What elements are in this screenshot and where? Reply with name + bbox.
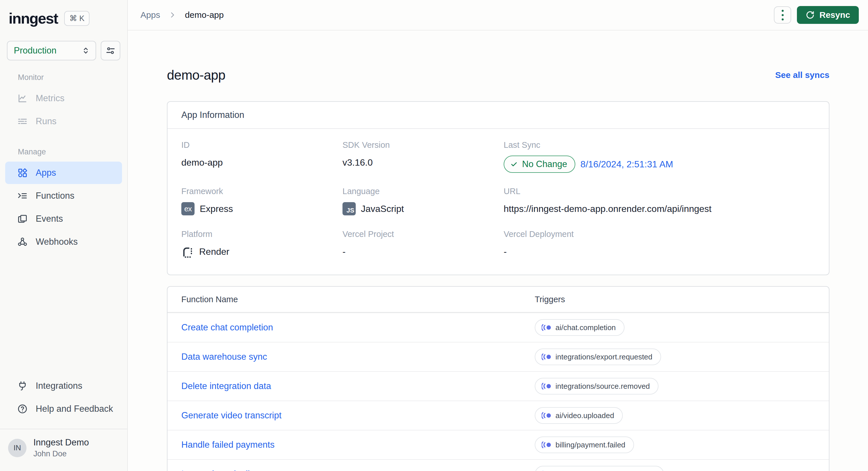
- javascript-icon: JS: [342, 202, 356, 215]
- breadcrumb-apps[interactable]: Apps: [141, 10, 160, 20]
- function-row: Create chat completion ai/chat.completio…: [167, 312, 829, 342]
- last-sync-timestamp-link[interactable]: 8/16/2024, 2:51:31 AM: [581, 159, 673, 170]
- functions-icon: [17, 191, 28, 201]
- field-framework: Framework ex Express: [181, 187, 342, 216]
- function-link[interactable]: Handle failed payments: [181, 440, 535, 450]
- app-information-title: App Information: [167, 102, 829, 129]
- sidebar-nav: Monitor Metrics Runs Manage Apps Functio: [0, 73, 127, 254]
- column-function-name: Function Name: [181, 295, 535, 304]
- main-content: demo-app See all syncs App Information I…: [128, 31, 868, 471]
- sidebar-item-integrations[interactable]: Integrations: [5, 375, 122, 397]
- sidebar-item-events[interactable]: Events: [5, 208, 122, 230]
- function-link[interactable]: Import data pipeline: [181, 469, 535, 471]
- section-manage: Manage: [0, 147, 127, 161]
- app-information-card: App Information ID demo-app SDK Version …: [167, 101, 830, 275]
- sidebar-item-runs[interactable]: Runs: [5, 110, 122, 133]
- kebab-icon: [782, 10, 784, 21]
- trigger-pill[interactable]: ai/chat.completion: [535, 319, 624, 336]
- topbar: Apps demo-app Resync: [128, 0, 868, 31]
- section-monitor: Monitor: [0, 73, 127, 87]
- field-vercel-deployment: Vercel Deployment -: [504, 230, 815, 259]
- trigger-pill[interactable]: ai/video.uploaded: [535, 407, 623, 424]
- event-trigger-icon: [541, 324, 551, 331]
- avatar: IN: [8, 439, 27, 457]
- functions-table-card: Function Name Triggers Create chat compl…: [167, 286, 830, 471]
- logo-row: inngest ⌘ K: [0, 0, 127, 27]
- sliders-icon: [105, 46, 115, 56]
- event-trigger-icon: [541, 441, 551, 448]
- metrics-chart-icon: [17, 93, 28, 103]
- apps-grid-icon: [17, 168, 28, 178]
- plug-icon: [17, 381, 28, 391]
- breadcrumb: Apps demo-app: [141, 10, 224, 20]
- trigger-pill[interactable]: billing/payment.failed: [535, 437, 634, 453]
- org-name: Inngest Demo: [33, 437, 89, 448]
- function-link[interactable]: Generate video transcript: [181, 410, 535, 421]
- sidebar: inngest ⌘ K Production Monitor Metrics: [0, 0, 128, 471]
- command-k-shortcut[interactable]: ⌘ K: [64, 11, 90, 26]
- field-platform: Platform Render: [181, 230, 342, 259]
- trigger-pill[interactable]: integrations/export.requested: [535, 348, 661, 365]
- app-actions-menu-button[interactable]: [774, 6, 791, 24]
- resync-button[interactable]: Resync: [797, 6, 859, 24]
- page-title: demo-app: [167, 67, 225, 83]
- event-trigger-icon: [541, 382, 551, 390]
- chevron-right-icon: [169, 11, 176, 19]
- user-name: John Doe: [33, 449, 89, 458]
- chevron-updown-icon: [81, 46, 90, 55]
- see-all-syncs-link[interactable]: See all syncs: [775, 70, 830, 80]
- no-change-badge: No Change: [504, 156, 575, 173]
- event-trigger-icon: [541, 412, 551, 419]
- field-sdk-version: SDK Version v3.16.0: [342, 140, 504, 173]
- trigger-pill[interactable]: integrations/source.connected: [535, 466, 664, 471]
- express-icon: ex: [181, 202, 194, 215]
- check-icon: [510, 160, 518, 168]
- sidebar-item-functions[interactable]: Functions: [5, 184, 122, 207]
- sidebar-item-apps[interactable]: Apps: [5, 162, 122, 184]
- sidebar-item-metrics[interactable]: Metrics: [5, 87, 122, 109]
- webhooks-icon: [17, 237, 28, 247]
- user-menu[interactable]: IN Inngest Demo John Doe: [0, 429, 127, 468]
- field-last-sync: Last Sync No Change 8/16/2024, 2:51:31 A…: [504, 140, 815, 173]
- inngest-logo[interactable]: inngest: [9, 10, 58, 27]
- sidebar-item-help[interactable]: Help and Feedback: [5, 398, 122, 420]
- field-id: ID demo-app: [181, 140, 342, 173]
- events-copy-icon: [17, 214, 28, 224]
- render-icon: [181, 245, 194, 258]
- breadcrumb-current: demo-app: [185, 10, 224, 20]
- field-url: URL https://inngest-demo-app.onrender.co…: [504, 187, 815, 216]
- field-vercel-project: Vercel Project -: [342, 230, 504, 259]
- function-row: Data warehouse sync integrations/export.…: [167, 342, 829, 371]
- environment-settings-button[interactable]: [101, 41, 120, 60]
- function-row: Handle failed payments billing/payment.f…: [167, 430, 829, 459]
- function-row: Generate video transcript ai/video.uploa…: [167, 401, 829, 430]
- event-trigger-icon: [541, 353, 551, 361]
- trigger-pill[interactable]: integrations/source.removed: [535, 378, 658, 395]
- environment-label: Production: [14, 45, 56, 56]
- field-language: Language JS JavaScript: [342, 187, 504, 216]
- runs-list-icon: [17, 116, 28, 127]
- sidebar-item-webhooks[interactable]: Webhooks: [5, 231, 122, 253]
- column-triggers: Triggers: [535, 295, 815, 304]
- function-row: Import data pipeline integrations/source…: [167, 459, 829, 471]
- environment-selector[interactable]: Production: [7, 41, 96, 60]
- function-link[interactable]: Data warehouse sync: [181, 352, 535, 362]
- function-link[interactable]: Delete integration data: [181, 381, 535, 391]
- refresh-icon: [806, 10, 815, 20]
- function-row: Delete integration data integrations/sou…: [167, 371, 829, 401]
- help-circle-icon: [17, 404, 28, 414]
- function-link[interactable]: Create chat completion: [181, 322, 535, 333]
